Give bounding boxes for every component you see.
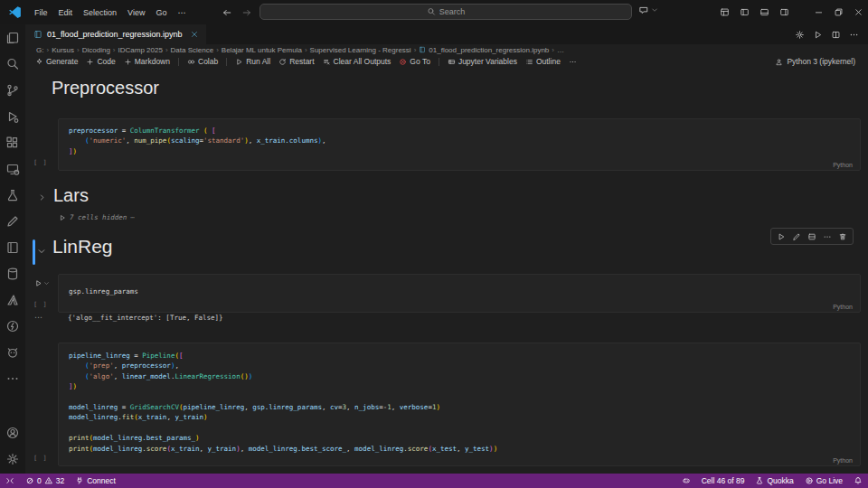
breadcrumb-item[interactable]: Belajar ML untuk Pemula [222, 46, 302, 54]
cell-language-label[interactable]: Python [833, 162, 853, 168]
back-arrow-icon[interactable] [222, 7, 232, 18]
problems-status[interactable]: 0 32 [20, 474, 70, 488]
activitybar-remote-explorer-icon[interactable] [0, 155, 25, 182]
kernel-picker[interactable]: Python 3 (ipykernel) [775, 57, 868, 66]
section-collapse-chevron-down-icon[interactable] [37, 247, 46, 256]
breadcrumb-separator: › [305, 46, 307, 54]
quokka-icon [755, 476, 764, 485]
breadcrumb-file[interactable]: 01_flood_prediction_regression.ipynb [419, 46, 549, 54]
tab-close-icon[interactable] [190, 30, 199, 39]
layout-customize-toggle-icon[interactable] [714, 0, 734, 24]
panel-right-toggle-icon[interactable] [774, 0, 794, 24]
cell-language-label[interactable]: Python [833, 304, 853, 310]
window-restore-button[interactable] [828, 0, 848, 24]
notifications-bell[interactable] [848, 474, 868, 488]
activitybar-thunder-client-icon[interactable] [0, 313, 25, 339]
activitybar-files-icon[interactable] [0, 24, 25, 51]
toolbar-markdown-button[interactable]: Markdown [124, 57, 170, 66]
toolbar-code-button[interactable]: Code [86, 57, 115, 66]
activitybar-search-icon[interactable] [0, 51, 25, 77]
breadcrumb-tail[interactable]: … [557, 46, 564, 54]
toolbar-go-to-button[interactable]: Go To [399, 57, 430, 66]
code-line: ('numeric', num_pipe(scaling='standard')… [69, 136, 860, 145]
menu-go[interactable]: Go [150, 5, 172, 20]
warnings-count: 32 [56, 476, 64, 485]
breadcrumb-item[interactable]: Dicoding [82, 46, 110, 54]
forward-arrow-icon[interactable] [241, 7, 252, 18]
editor-action-split-editor-icon[interactable] [831, 30, 841, 40]
code-editor[interactable]: preprocessor = ColumnTransformer ( [ ('n… [59, 119, 860, 156]
window-minimize-button[interactable] [808, 0, 828, 24]
quokka-label: Quokka [767, 476, 793, 485]
copilot-chat-button[interactable] [638, 5, 658, 15]
activitybar-notebook-icon[interactable] [0, 234, 25, 260]
panel-bottom-toggle-icon[interactable] [754, 0, 774, 24]
code-editor[interactable]: gsp.linreg_params [59, 275, 860, 296]
toolbar-restart-button[interactable]: Restart [278, 57, 314, 66]
code-cell-preprocessor[interactable]: preprocessor = ColumnTransformer ( [ ('n… [58, 118, 861, 171]
command-center-search[interactable]: Search [259, 4, 632, 20]
editor-action-gear-icon[interactable] [795, 30, 805, 40]
toolbar-generate-button[interactable]: Generate [35, 57, 78, 66]
cell-action-more-icon[interactable] [823, 232, 832, 241]
cell-position-status[interactable]: Cell 46 of 89 [696, 474, 750, 488]
breadcrumb-item[interactable]: G: [36, 46, 43, 54]
breadcrumb-item[interactable]: Kursus [52, 46, 74, 54]
code-cell-params[interactable]: gsp.linreg_params Python [58, 274, 861, 313]
menu-selection[interactable]: Selection [78, 5, 122, 20]
toolbar-more-button[interactable] [569, 58, 577, 66]
activitybar-more-icon[interactable] [0, 365, 25, 391]
window-close-button[interactable] [848, 0, 868, 24]
run-play-icon [34, 279, 42, 287]
toolbar-run-all-button[interactable]: Run All [235, 57, 270, 66]
breadcrumb-item[interactable]: Supervised Learning - Regressi [310, 46, 411, 54]
activitybar-pencil-icon[interactable] [0, 208, 25, 234]
goto-icon [399, 58, 407, 66]
activitybar-extensions-icon[interactable] [0, 129, 25, 155]
breadcrumb-item[interactable]: Data Science [171, 46, 214, 54]
breadcrumb-separator: › [414, 46, 417, 54]
activitybar-run-debug-icon[interactable] [0, 103, 25, 129]
tab-notebook[interactable]: 01_flood_prediction_regression.ipynb [25, 24, 206, 44]
hidden-cells-label: 7 cells hidden [70, 213, 127, 221]
cell-action-split-cell-icon[interactable] [807, 232, 816, 241]
connect-button[interactable]: Connect [70, 474, 121, 488]
toolbar-jupyter-variables-button[interactable]: Jupyter Variables [448, 57, 517, 66]
panel-left-toggle-icon[interactable] [734, 0, 754, 24]
cell-action-pencil-icon[interactable] [792, 232, 801, 241]
toolbar-outline-button[interactable]: Outline [525, 57, 561, 66]
go-live-button[interactable]: Go Live [799, 474, 848, 488]
code-line: print(model_linreg.score(x_train, y_trai… [69, 444, 860, 454]
editor-action-play-icon[interactable] [813, 30, 823, 40]
quokka-status[interactable]: Quokka [750, 474, 798, 488]
copilot-status[interactable] [676, 474, 696, 488]
titlebar-actions [714, 0, 868, 24]
activitybar-account-icon[interactable] [0, 419, 25, 446]
status-bar: 0 32 Connect Cell 46 of 89 Quokka Go Liv… [0, 474, 868, 488]
remote-indicator[interactable] [0, 474, 20, 488]
output-options[interactable]: ⋯ [34, 313, 43, 322]
menu-file[interactable]: File [29, 5, 53, 20]
activitybar-testing-icon[interactable] [0, 182, 25, 208]
cell-language-label[interactable]: Python [833, 457, 853, 464]
cell-action-trash-icon[interactable] [838, 232, 847, 241]
menu-view[interactable]: View [122, 5, 150, 20]
execution-count: [ ] [33, 159, 48, 166]
toolbar-clear-all-outputs-button[interactable]: Clear All Outputs [323, 57, 392, 66]
activitybar-azure-icon[interactable] [0, 286, 25, 313]
hidden-cells-note[interactable]: 7 cells hidden ⋯ [59, 213, 135, 221]
breadcrumb-item[interactable]: IDCamp 2025 [118, 46, 163, 54]
code-cell-pipeline[interactable]: pipeline_linreg = Pipeline([ ('prep', pr… [58, 343, 861, 466]
activitybar-settings-icon[interactable] [0, 446, 25, 472]
cell-action-play-icon[interactable] [777, 232, 786, 241]
menu-edit[interactable]: Edit [53, 5, 79, 20]
code-editor[interactable]: pipeline_linreg = Pipeline([ ('prep', pr… [59, 343, 860, 454]
editor-action-more-icon[interactable] [849, 30, 859, 40]
activitybar-database-icon[interactable] [0, 260, 25, 286]
activitybar-source-control-icon[interactable] [0, 77, 25, 103]
section-collapse-chevron-right-icon[interactable] [38, 193, 46, 202]
toolbar-colab-button[interactable]: Colab [187, 57, 218, 66]
run-cell-button[interactable] [34, 279, 50, 287]
activitybar-ai-assistant-icon[interactable] [0, 339, 25, 365]
menu-[interactable]: ⋯ [172, 5, 191, 20]
